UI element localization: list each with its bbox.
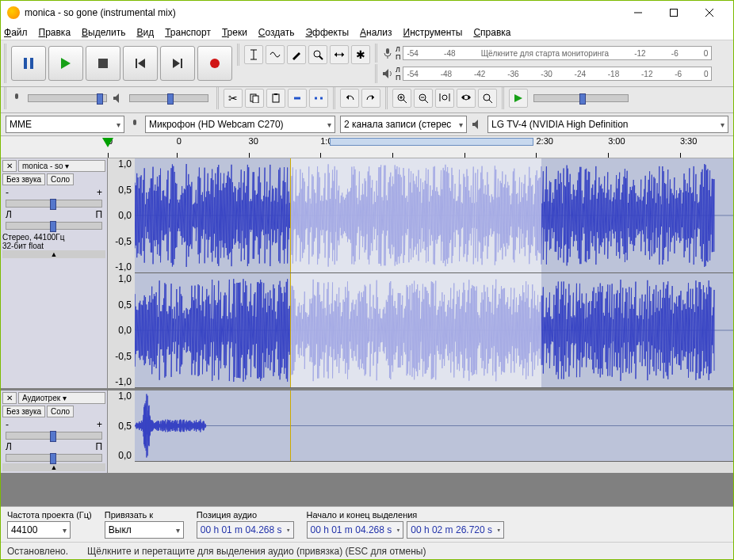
menu-треки[interactable]: Треки xyxy=(222,27,247,38)
menu-создать[interactable]: Создать xyxy=(258,27,295,38)
rec-volume-slider[interactable] xyxy=(28,94,107,102)
zoom-toggle-button[interactable] xyxy=(478,89,497,108)
fit-project-button[interactable] xyxy=(457,89,476,108)
envelope-tool[interactable] xyxy=(266,45,285,64)
playback-device-combo[interactable]: LG TV-4 (NVIDIA High Definition xyxy=(487,116,728,133)
pause-button[interactable] xyxy=(11,46,46,81)
timeline-tick: 2:30 xyxy=(536,136,552,153)
playhead-marker[interactable] xyxy=(102,138,113,147)
fit-selection-button[interactable] xyxy=(435,89,454,108)
play-button[interactable] xyxy=(48,46,83,81)
selection-region[interactable] xyxy=(290,158,541,272)
toolbar-area: ✱ ЛП -54-48Щёлкните для старта мониторин… xyxy=(1,40,733,87)
pan-slider[interactable] xyxy=(6,454,102,462)
svg-marker-52 xyxy=(472,120,478,129)
svg-marker-6 xyxy=(61,58,71,69)
skip-start-button[interactable] xyxy=(123,46,158,81)
selection-end-field[interactable]: 00 h 02 m 26.720 s xyxy=(407,521,504,539)
skip-end-button[interactable] xyxy=(160,46,195,81)
mic-icon xyxy=(11,93,22,104)
track-menu-button[interactable]: Аудиотрек ▾ xyxy=(18,392,105,404)
undo-button[interactable] xyxy=(340,89,359,108)
record-button[interactable] xyxy=(197,46,232,81)
selection-start-field[interactable]: 00 h 01 m 04.268 s xyxy=(307,521,404,539)
copy-button[interactable] xyxy=(245,89,264,108)
undo-toolbar xyxy=(333,87,382,109)
selection-tool[interactable] xyxy=(244,45,263,64)
loop-region[interactable] xyxy=(330,138,533,146)
menu-инструменты[interactable]: Инструменты xyxy=(403,27,463,38)
vertical-scale[interactable]: 1,00,50,0-0,5-1,0 xyxy=(108,273,133,387)
trim-button[interactable] xyxy=(288,89,307,108)
selection-label: Начало и конец выделения xyxy=(307,510,505,520)
menu-файл[interactable]: Файл xyxy=(4,27,28,38)
recording-meter[interactable]: -54-48Щёлкните для старта мониторинга-12… xyxy=(403,46,712,60)
waveform-area[interactable]: 1,00,50,0-0,5-1,01,00,50,0-0,5-1,0 xyxy=(135,158,733,388)
close-button[interactable] xyxy=(691,1,727,25)
audio-position-field[interactable]: 00 h 01 m 04.268 s xyxy=(197,521,294,539)
vertical-scale[interactable]: 1,00,50,0 xyxy=(108,390,133,461)
playback-meter[interactable]: -54-48-42-36-30-24-18-12-60 xyxy=(403,67,712,81)
zoom-in-button[interactable] xyxy=(392,89,411,108)
gain-slider[interactable] xyxy=(6,432,102,440)
menu-транспорт[interactable]: Транспорт xyxy=(165,27,211,38)
track-close-button[interactable]: ✕ xyxy=(2,392,17,404)
playback-speed-slider[interactable] xyxy=(533,94,629,102)
draw-tool[interactable] xyxy=(287,45,306,64)
track-collapse-button[interactable]: ▲ xyxy=(2,463,105,471)
track-control-panel[interactable]: ✕monica - so ▾Без звукаСоло-+ЛПСтерео, 4… xyxy=(1,158,108,388)
mute-button[interactable]: Без звука xyxy=(2,406,45,417)
paste-button[interactable] xyxy=(266,89,285,108)
cut-button[interactable]: ✂ xyxy=(224,89,243,108)
transport-toolbar xyxy=(4,44,234,83)
track-control-panel[interactable]: ✕Аудиотрек ▾Без звукаСоло-+ЛП▲ xyxy=(1,390,108,473)
timeline-tick: 3:30 xyxy=(680,136,697,153)
redo-button[interactable] xyxy=(361,89,380,108)
vertical-scale[interactable]: 1,00,50,0-0,5-1,0 xyxy=(108,158,133,272)
snap-to-combo[interactable]: Выкл xyxy=(105,521,184,539)
track-collapse-button[interactable]: ▲ xyxy=(2,250,105,258)
minimize-button[interactable] xyxy=(620,1,656,25)
menu-правка[interactable]: Правка xyxy=(39,27,71,38)
solo-button[interactable]: Соло xyxy=(47,406,74,417)
selection-region[interactable] xyxy=(290,273,541,387)
zoom-tool[interactable] xyxy=(308,45,327,64)
solo-button[interactable]: Соло xyxy=(47,173,74,185)
timeline-ruler[interactable]: 00301:001:302:002:303:003:304:00 xyxy=(1,136,733,158)
waveform-area[interactable]: 1,00,50,0 xyxy=(135,390,733,462)
recording-channels-combo[interactable]: 2 канала записи (стерес xyxy=(340,116,467,133)
pan-slider[interactable] xyxy=(6,222,102,230)
edit-cursor xyxy=(290,390,291,461)
audio-host-combo[interactable]: MME xyxy=(6,116,124,133)
svg-marker-33 xyxy=(346,95,349,100)
menu-вид[interactable]: Вид xyxy=(136,27,154,38)
maximize-button[interactable] xyxy=(656,1,691,25)
menu-выделить[interactable]: Выделить xyxy=(82,27,125,38)
svg-marker-19 xyxy=(335,52,337,57)
track-close-button[interactable]: ✕ xyxy=(2,160,17,172)
menu-анализ[interactable]: Анализ xyxy=(360,27,392,38)
menu-справка[interactable]: Справка xyxy=(473,27,510,38)
play-volume-slider[interactable] xyxy=(129,94,208,102)
silence-button[interactable] xyxy=(309,89,328,108)
svg-rect-1 xyxy=(670,10,677,17)
gain-slider[interactable] xyxy=(6,200,102,208)
svg-rect-28 xyxy=(273,94,279,102)
track-format2: 32-бит float xyxy=(2,242,105,250)
svg-rect-11 xyxy=(181,59,182,68)
stop-button[interactable] xyxy=(86,46,120,81)
project-rate-combo[interactable]: 44100 xyxy=(7,521,71,539)
multi-tool[interactable]: ✱ xyxy=(351,45,370,64)
track-format: Стерео, 44100Гц xyxy=(2,233,105,242)
play-at-speed-button[interactable] xyxy=(509,89,528,108)
mic-icon xyxy=(129,119,140,130)
mute-button[interactable]: Без звука xyxy=(2,173,45,185)
recording-device-combo[interactable]: Микрофон (HD Webcam C270) xyxy=(145,116,335,133)
svg-rect-24 xyxy=(15,93,18,99)
mixer-toolbar xyxy=(4,87,213,109)
track-menu-button[interactable]: monica - so ▾ xyxy=(18,160,105,172)
zoom-out-button[interactable] xyxy=(414,89,433,108)
svg-marker-25 xyxy=(113,93,119,103)
menu-эффекты[interactable]: Эффекты xyxy=(305,27,349,38)
timeshift-tool[interactable] xyxy=(330,45,349,64)
